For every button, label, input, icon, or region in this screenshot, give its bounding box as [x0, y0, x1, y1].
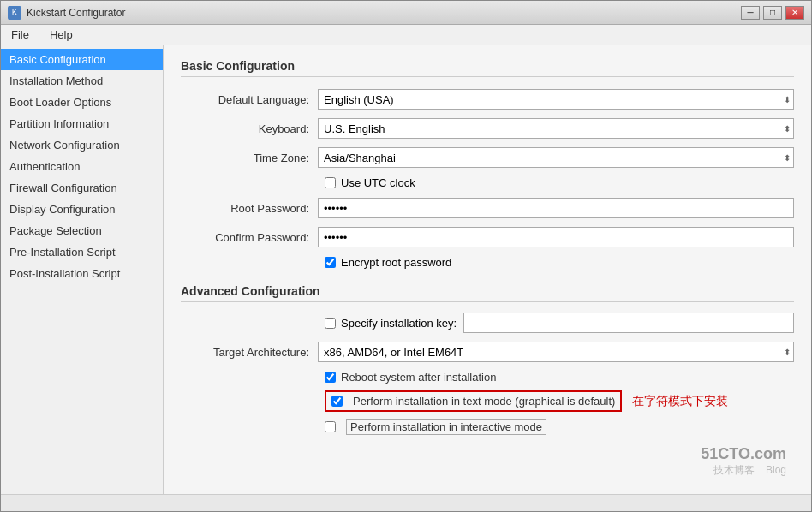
- annotation-text: 在字符模式下安装: [632, 394, 728, 409]
- reboot-checkbox[interactable]: [325, 372, 336, 383]
- menu-help[interactable]: Help: [46, 28, 76, 41]
- keyboard-select-wrapper: U.S. English ⬍: [318, 118, 794, 139]
- target-arch-select[interactable]: x86, AMD64, or Intel EM64T: [318, 342, 794, 362]
- sidebar-item-post-install[interactable]: Post-Installation Script: [1, 263, 163, 284]
- sidebar-item-package-selection[interactable]: Package Selection: [1, 220, 163, 241]
- target-arch-label: Target Architecture:: [181, 346, 318, 359]
- sidebar-item-firewall[interactable]: Firewall Configuration: [1, 177, 163, 199]
- sidebar-item-basic-config[interactable]: Basic Configuration: [1, 49, 163, 70]
- interactive-mode-checkbox[interactable]: [325, 421, 336, 432]
- watermark-main: 51CTO.com: [701, 445, 786, 463]
- sidebar-item-boot-loader[interactable]: Boot Loader Options: [1, 92, 163, 113]
- timezone-row: Time Zone: Asia/Shanghai ⬍: [181, 147, 794, 168]
- keyboard-row: Keyboard: U.S. English ⬍: [181, 118, 794, 139]
- sidebar: Basic Configuration Installation Method …: [1, 45, 164, 494]
- menu-file[interactable]: File: [8, 28, 33, 41]
- timezone-label: Time Zone:: [181, 152, 318, 164]
- utc-clock-row: Use UTC clock: [181, 176, 794, 189]
- default-language-select[interactable]: English (USA): [318, 89, 794, 110]
- close-button[interactable]: ✕: [785, 6, 804, 20]
- sidebar-item-partition-info[interactable]: Partition Information: [1, 113, 163, 134]
- text-mode-checkbox[interactable]: [331, 396, 343, 407]
- confirm-password-row: Confirm Password:: [181, 227, 794, 247]
- encrypt-password-label: Encrypt root password: [341, 256, 451, 269]
- utc-clock-label: Use UTC clock: [341, 176, 415, 189]
- window-title: Kickstart Configurator: [27, 7, 125, 19]
- install-key-input[interactable]: [463, 313, 794, 333]
- sidebar-item-display-config[interactable]: Display Configuration: [1, 199, 163, 220]
- confirm-password-input[interactable]: [318, 227, 794, 247]
- default-language-row: Default Language: English (USA) ⬍: [181, 89, 794, 110]
- confirm-password-label: Confirm Password:: [181, 231, 318, 244]
- maximize-button[interactable]: □: [763, 6, 782, 20]
- encrypt-password-row: Encrypt root password: [181, 256, 794, 269]
- advanced-config-title: Advanced Configuration: [181, 284, 794, 302]
- default-language-label: Default Language:: [181, 93, 318, 106]
- minimize-button[interactable]: ─: [741, 6, 760, 20]
- install-key-inner: Specify installation key:: [181, 313, 794, 333]
- default-language-select-wrapper: English (USA) ⬍: [318, 89, 794, 110]
- watermark-sub: 技术博客 Blog: [701, 463, 786, 478]
- encrypt-password-checkbox[interactable]: [325, 257, 336, 268]
- text-mode-label: Perform installation in text mode (graph…: [353, 395, 615, 408]
- content-area: Basic Configuration Default Language: En…: [164, 45, 811, 494]
- app-icon: K: [8, 6, 21, 20]
- menu-bar: File Help: [1, 25, 811, 45]
- main-window: K Kickstart Configurator ─ □ ✕ File Help…: [0, 0, 812, 512]
- keyboard-select[interactable]: U.S. English: [318, 118, 794, 139]
- status-bar: [1, 494, 811, 511]
- reboot-row: Reboot system after installation: [181, 371, 794, 384]
- sidebar-item-network[interactable]: Network Configuration: [1, 134, 163, 156]
- root-password-input[interactable]: [318, 198, 794, 218]
- sidebar-item-pre-install[interactable]: Pre-Installation Script: [1, 241, 163, 263]
- section-title-basic: Basic Configuration: [181, 59, 794, 77]
- utc-clock-checkbox[interactable]: [325, 177, 336, 188]
- install-key-row: Specify installation key:: [181, 313, 794, 333]
- target-arch-row: Target Architecture: x86, AMD64, or Inte…: [181, 342, 794, 362]
- keyboard-label: Keyboard:: [181, 122, 318, 135]
- title-bar: K Kickstart Configurator ─ □ ✕: [1, 1, 811, 25]
- root-password-label: Root Password:: [181, 202, 318, 215]
- main-content: Basic Configuration Installation Method …: [1, 45, 811, 494]
- advanced-config-section: Advanced Configuration Specify installat…: [181, 284, 794, 435]
- interactive-mode-label: Perform installation in interactive mode: [346, 419, 546, 435]
- watermark: 51CTO.com 技术博客 Blog: [701, 445, 786, 478]
- title-bar-left: K Kickstart Configurator: [8, 6, 125, 20]
- text-mode-highlight-box: Perform installation in text mode (graph…: [325, 390, 622, 412]
- text-mode-row: Perform installation in text mode (graph…: [181, 390, 794, 412]
- window-controls: ─ □ ✕: [741, 6, 804, 20]
- sidebar-item-installation-method[interactable]: Installation Method: [1, 70, 163, 92]
- install-key-checkbox[interactable]: [325, 318, 336, 329]
- timezone-select-wrapper: Asia/Shanghai ⬍: [318, 147, 794, 168]
- sidebar-item-authentication[interactable]: Authentication: [1, 156, 163, 177]
- root-password-row: Root Password:: [181, 198, 794, 218]
- install-key-label: Specify installation key:: [341, 317, 457, 330]
- timezone-select[interactable]: Asia/Shanghai: [318, 147, 794, 168]
- reboot-label: Reboot system after installation: [341, 371, 496, 384]
- interactive-mode-row: Perform installation in interactive mode: [181, 419, 794, 435]
- target-arch-select-wrapper: x86, AMD64, or Intel EM64T ⬍: [318, 342, 794, 362]
